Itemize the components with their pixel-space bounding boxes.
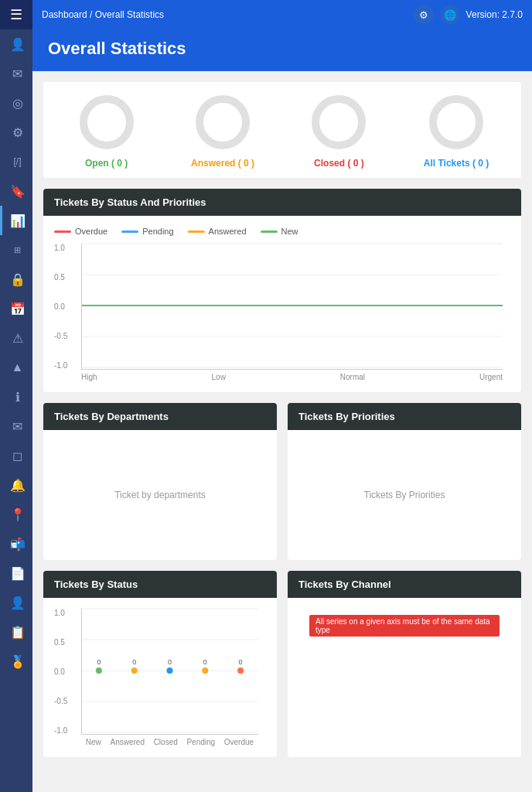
medal-icon: 🏅 [10, 654, 26, 669]
sidebar-item-mail2[interactable]: ✉ [0, 411, 32, 441]
tickets-by-channel-panel: Tickets By Channel All series on a given… [288, 571, 521, 757]
legend-new: New [261, 227, 298, 236]
open-donut-chart [76, 91, 138, 153]
sidebar-item-doc[interactable]: 📄 [0, 558, 32, 588]
svg-point-0 [84, 99, 130, 145]
tickets-by-priorities-header: Tickets By Priorities [288, 403, 521, 430]
info-icon: ℹ [15, 390, 20, 405]
svg-text:0: 0 [97, 658, 101, 666]
chart-icon: 📊 [10, 213, 26, 228]
sidebar-item-bookmark[interactable]: 🔖 [0, 176, 32, 206]
tickets-by-status-priorities-panel: Tickets By Status And Priorities Overdue… [43, 189, 521, 392]
bar-x-labels: New Answered Closed Pending Overdue [81, 738, 258, 746]
sidebar-item-profile[interactable]: 👤 [0, 29, 32, 59]
doc-icon: 📄 [10, 566, 26, 581]
user-icon: 👤 [10, 596, 26, 610]
svg-text:0: 0 [168, 658, 172, 666]
sidebar-item-mailbox[interactable]: 📬 [0, 529, 32, 558]
open-label: Open ( 0 ) [85, 158, 128, 169]
closed-donut-chart [308, 91, 370, 153]
channel-chart-empty [298, 637, 510, 745]
answered-donut-chart [192, 91, 254, 153]
sidebar-item-pin[interactable]: 📍 [0, 500, 32, 529]
sidebar-item-medal[interactable]: 🏅 [0, 647, 32, 676]
globe-button[interactable]: 🌐 [440, 5, 460, 25]
svg-point-23 [237, 667, 244, 674]
stat-card-closed: Closed ( 0 ) [308, 91, 370, 169]
calendar-icon: 📅 [10, 302, 26, 316]
settings-button[interactable]: ⚙ [414, 5, 434, 25]
sidebar-item-warning[interactable]: ⚠ [0, 323, 32, 353]
channel-error-banner: All series on a given axis must be of th… [309, 615, 500, 637]
settings-icon: ⚙ [12, 125, 23, 140]
bell-icon: 🔔 [10, 478, 26, 493]
triangle-icon: ▲ [12, 360, 24, 374]
page-title: Overall Statistics [48, 39, 517, 59]
tickets-by-priorities-body: Tickets By Priorities [288, 430, 521, 560]
tickets-by-status-priorities-body: Overdue Pending Answered New [43, 216, 521, 392]
tickets-by-channel-header: Tickets By Channel [288, 571, 521, 598]
sidebar-item-clipboard[interactable]: 📋 [0, 617, 32, 647]
warning-icon: ⚠ [12, 331, 23, 346]
sidebar-item-bell[interactable]: 🔔 [0, 470, 32, 500]
topbar-right: ⚙ 🌐 Version: 2.7.0 [414, 5, 523, 25]
pin-icon: 📍 [10, 507, 26, 522]
sidebar-item-code[interactable]: [/] [0, 147, 32, 176]
svg-text:0: 0 [132, 658, 136, 666]
stat-card-answered: Answered ( 0 ) [191, 91, 254, 169]
stat-card-open: Open ( 0 ) [76, 91, 138, 169]
sidebar-item-info[interactable]: ℹ [0, 382, 32, 411]
square-icon: ◻ [12, 449, 22, 463]
all-label: All Tickets ( 0 ) [424, 158, 489, 169]
sidebar-menu-button[interactable]: ☰ [0, 0, 32, 29]
tickets-by-priorities-panel: Tickets By Priorities Tickets By Priorit… [288, 403, 521, 560]
closed-label: Closed ( 0 ) [314, 158, 364, 169]
breadcrumb-root[interactable]: Dashboard [42, 9, 87, 20]
sidebar-item-user[interactable]: 👤 [0, 588, 32, 617]
breadcrumb-current: Overall Statistics [95, 9, 164, 20]
version-label: Version: 2.7.0 [466, 9, 523, 20]
profile-icon: 👤 [10, 37, 26, 52]
sidebar-item-circle[interactable]: ◎ [0, 88, 32, 118]
main-content: Dashboard / Overall Statistics ⚙ 🌐 Versi… [32, 0, 532, 792]
circle-icon: ◎ [12, 96, 23, 111]
sidebar-item-calendar[interactable]: 📅 [0, 294, 32, 323]
legend-overdue: Overdue [54, 227, 107, 236]
pending-dot [121, 230, 138, 233]
sidebar-item-triangle[interactable]: ▲ [0, 353, 32, 382]
sidebar: ☰ 👤 ✉ ◎ ⚙ [/] 🔖 📊 ⊞ 🔒 📅 ⚠ ▲ ℹ ✉ ◻ � [0, 0, 32, 792]
code-icon: [/] [13, 156, 21, 167]
sidebar-item-lock[interactable]: 🔒 [0, 265, 32, 294]
content-area: Open ( 0 ) Answered ( 0 ) Closed ( 0 ) [32, 71, 532, 792]
svg-point-2 [315, 99, 362, 145]
legend-answered: Answered [188, 227, 247, 236]
answered-dot [188, 230, 205, 233]
priorities-empty-label: Tickets By Priorities [298, 441, 510, 549]
tickets-by-departments-panel: Tickets By Departments Ticket by departm… [43, 403, 277, 560]
status-priorities-chart [81, 244, 503, 367]
svg-point-19 [167, 667, 173, 674]
status-bar-chart: 0 0 0 0 0 [81, 609, 258, 732]
answered-label: Answered ( 0 ) [191, 158, 254, 169]
sidebar-item-email[interactable]: ✉ [0, 59, 32, 88]
svg-text:0: 0 [203, 658, 207, 666]
chart-legend: Overdue Pending Answered New [54, 227, 510, 236]
svg-point-21 [202, 667, 208, 674]
topbar: Dashboard / Overall Statistics ⚙ 🌐 Versi… [32, 0, 532, 29]
sidebar-item-settings[interactable]: ⚙ [0, 118, 32, 147]
lock-icon: 🔒 [10, 272, 26, 287]
sidebar-item-chart[interactable]: 📊 [0, 206, 32, 235]
bookmark-icon: 🔖 [10, 184, 26, 199]
svg-point-1 [200, 99, 246, 145]
tickets-by-status-bar-header: Tickets By Status [43, 571, 277, 598]
overdue-dot [54, 230, 71, 233]
mail2-icon: ✉ [12, 419, 22, 434]
x-axis-labels: High Low Normal Urgent [81, 373, 503, 381]
tickets-by-status-bar-body: 1.00.50.0-0.5-1.0 0 [43, 598, 277, 757]
sidebar-item-square[interactable]: ◻ [0, 441, 32, 470]
all-donut-chart [425, 91, 487, 153]
sidebar-item-grid[interactable]: ⊞ [0, 235, 32, 265]
bar-y-axis: 1.00.50.0-0.5-1.0 [54, 609, 67, 735]
two-col-row-1: Tickets By Departments Ticket by departm… [43, 403, 521, 560]
email-icon: ✉ [12, 67, 22, 81]
